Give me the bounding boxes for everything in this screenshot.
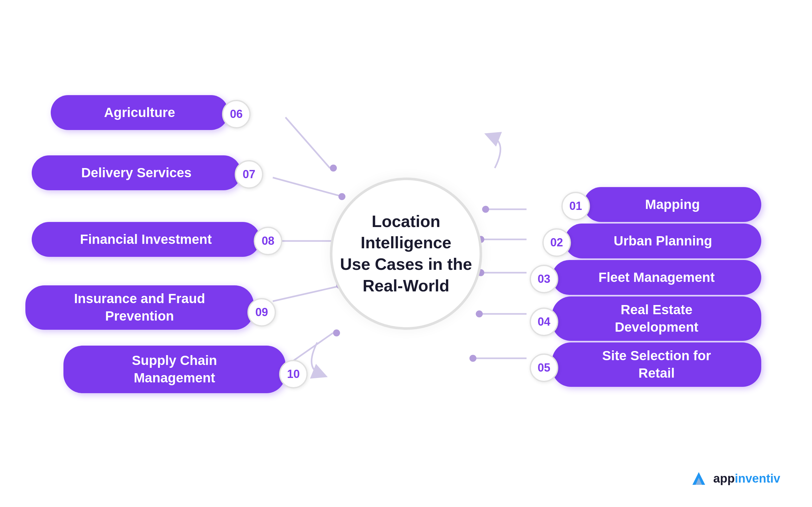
badge-02: 02: [542, 228, 571, 257]
badge-10: 10: [279, 360, 308, 388]
svg-line-5: [285, 117, 330, 168]
badge-04: 04: [530, 307, 558, 336]
svg-line-8: [273, 285, 342, 301]
center-title: LocationIntelligenceUse Cases in theReal…: [334, 205, 478, 303]
badge-06: 06: [222, 100, 251, 128]
dot-07: [338, 193, 345, 200]
badge-09: 09: [248, 298, 276, 327]
diagram-container: LocationIntelligenceUse Cases in theReal…: [0, 0, 812, 507]
badge-07: 07: [235, 160, 263, 189]
svg-line-6: [273, 178, 342, 196]
dot-04: [476, 311, 483, 318]
badge-05: 05: [530, 353, 558, 382]
dot-01: [482, 206, 489, 213]
dot-06: [330, 165, 337, 172]
badge-08: 08: [254, 227, 282, 255]
badge-03: 03: [530, 265, 558, 293]
dot-05: [470, 355, 476, 362]
center-circle: LocationIntelligenceUse Cases in theReal…: [330, 178, 482, 330]
dot-10: [333, 329, 340, 336]
badge-01: 01: [561, 192, 590, 220]
